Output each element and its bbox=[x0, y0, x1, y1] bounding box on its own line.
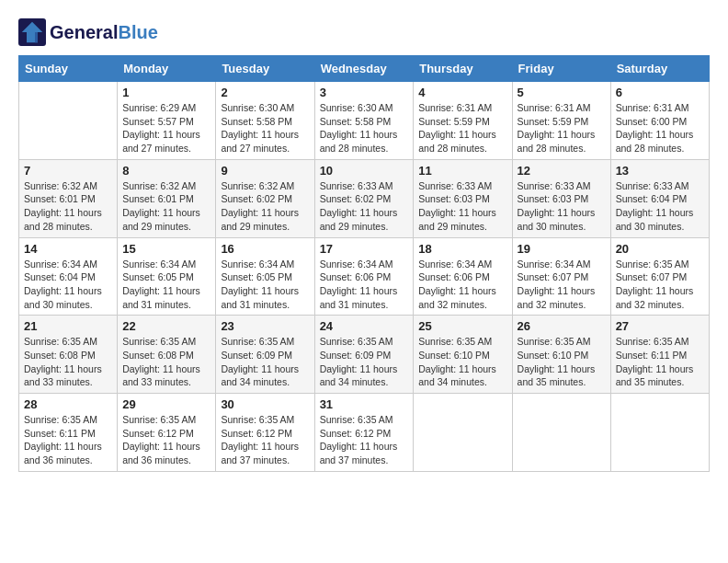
day-number: 14 bbox=[24, 242, 112, 256]
calendar-cell: 26Sunrise: 6:35 AMSunset: 6:10 PMDayligh… bbox=[512, 316, 610, 394]
column-header-wednesday: Wednesday bbox=[314, 56, 414, 82]
cell-info: Sunrise: 6:29 AMSunset: 5:57 PMDaylight:… bbox=[122, 101, 210, 155]
calendar-cell: 13Sunrise: 6:33 AMSunset: 6:04 PMDayligh… bbox=[610, 159, 709, 237]
cell-info: Sunrise: 6:35 AMSunset: 6:10 PMDaylight:… bbox=[418, 335, 506, 389]
calendar-cell: 16Sunrise: 6:34 AMSunset: 6:05 PMDayligh… bbox=[216, 237, 314, 316]
column-header-saturday: Saturday bbox=[610, 56, 709, 82]
day-number: 5 bbox=[518, 86, 606, 99]
day-number: 16 bbox=[221, 242, 309, 256]
day-number: 11 bbox=[418, 164, 506, 178]
day-number: 26 bbox=[518, 319, 606, 333]
cell-info: Sunrise: 6:33 AMSunset: 6:03 PMDaylight:… bbox=[418, 179, 506, 234]
day-number: 4 bbox=[418, 86, 506, 99]
cell-info: Sunrise: 6:34 AMSunset: 6:05 PMDaylight:… bbox=[122, 258, 210, 312]
calendar-cell: 20Sunrise: 6:35 AMSunset: 6:07 PMDayligh… bbox=[610, 237, 709, 316]
cell-info: Sunrise: 6:32 AMSunset: 6:02 PMDaylight:… bbox=[221, 179, 309, 234]
day-number: 30 bbox=[221, 397, 309, 411]
day-number: 29 bbox=[122, 397, 210, 411]
calendar-table: SundayMondayTuesdayWednesdayThursdayFrid… bbox=[18, 55, 710, 472]
day-number: 20 bbox=[616, 242, 704, 256]
cell-info: Sunrise: 6:34 AMSunset: 6:06 PMDaylight:… bbox=[320, 258, 409, 312]
column-header-thursday: Thursday bbox=[414, 56, 512, 82]
day-number: 31 bbox=[320, 397, 409, 411]
calendar-cell bbox=[512, 394, 610, 472]
calendar-cell: 23Sunrise: 6:35 AMSunset: 6:09 PMDayligh… bbox=[216, 316, 314, 394]
calendar-cell: 14Sunrise: 6:34 AMSunset: 6:04 PMDayligh… bbox=[19, 237, 118, 316]
cell-info: Sunrise: 6:30 AMSunset: 5:58 PMDaylight:… bbox=[320, 101, 409, 155]
cell-info: Sunrise: 6:34 AMSunset: 6:05 PMDaylight:… bbox=[221, 258, 309, 312]
column-header-friday: Friday bbox=[512, 56, 610, 82]
calendar-cell: 3Sunrise: 6:30 AMSunset: 5:58 PMDaylight… bbox=[314, 82, 414, 160]
week-row-4: 21Sunrise: 6:35 AMSunset: 6:08 PMDayligh… bbox=[19, 316, 710, 394]
cell-info: Sunrise: 6:35 AMSunset: 6:10 PMDaylight:… bbox=[518, 335, 606, 389]
day-number: 6 bbox=[616, 86, 704, 99]
week-row-3: 14Sunrise: 6:34 AMSunset: 6:04 PMDayligh… bbox=[19, 237, 710, 316]
week-row-5: 28Sunrise: 6:35 AMSunset: 6:11 PMDayligh… bbox=[19, 394, 710, 472]
week-row-2: 7Sunrise: 6:32 AMSunset: 6:01 PMDaylight… bbox=[19, 159, 710, 237]
day-number: 28 bbox=[24, 397, 112, 411]
column-header-sunday: Sunday bbox=[19, 56, 118, 82]
calendar-cell: 4Sunrise: 6:31 AMSunset: 5:59 PMDaylight… bbox=[414, 82, 512, 160]
cell-info: Sunrise: 6:35 AMSunset: 6:12 PMDaylight:… bbox=[221, 413, 309, 467]
day-number: 7 bbox=[24, 164, 112, 178]
day-number: 8 bbox=[122, 164, 210, 178]
cell-info: Sunrise: 6:34 AMSunset: 6:04 PMDaylight:… bbox=[24, 258, 112, 312]
calendar-cell: 25Sunrise: 6:35 AMSunset: 6:10 PMDayligh… bbox=[414, 316, 512, 394]
cell-info: Sunrise: 6:33 AMSunset: 6:02 PMDaylight:… bbox=[320, 179, 409, 234]
calendar-cell: 10Sunrise: 6:33 AMSunset: 6:02 PMDayligh… bbox=[314, 159, 414, 237]
cell-info: Sunrise: 6:35 AMSunset: 6:09 PMDaylight:… bbox=[320, 335, 409, 389]
day-number: 19 bbox=[518, 242, 606, 256]
calendar-cell: 27Sunrise: 6:35 AMSunset: 6:11 PMDayligh… bbox=[610, 316, 709, 394]
cell-info: Sunrise: 6:33 AMSunset: 6:04 PMDaylight:… bbox=[616, 179, 704, 234]
day-number: 1 bbox=[122, 86, 210, 99]
day-number: 18 bbox=[418, 242, 506, 256]
calendar-cell: 5Sunrise: 6:31 AMSunset: 5:59 PMDaylight… bbox=[512, 82, 610, 160]
day-number: 27 bbox=[616, 319, 704, 333]
day-number: 2 bbox=[221, 86, 309, 99]
cell-info: Sunrise: 6:34 AMSunset: 6:07 PMDaylight:… bbox=[518, 258, 606, 312]
day-number: 22 bbox=[122, 319, 210, 333]
logo: GeneralBlue bbox=[18, 18, 158, 46]
cell-info: Sunrise: 6:31 AMSunset: 5:59 PMDaylight:… bbox=[418, 101, 506, 155]
calendar-cell: 17Sunrise: 6:34 AMSunset: 6:06 PMDayligh… bbox=[314, 237, 414, 316]
calendar-cell bbox=[19, 82, 118, 160]
calendar-cell: 29Sunrise: 6:35 AMSunset: 6:12 PMDayligh… bbox=[118, 394, 216, 472]
cell-info: Sunrise: 6:32 AMSunset: 6:01 PMDaylight:… bbox=[122, 179, 210, 234]
cell-info: Sunrise: 6:35 AMSunset: 6:11 PMDaylight:… bbox=[616, 335, 704, 389]
page-header: GeneralBlue bbox=[18, 18, 710, 46]
cell-info: Sunrise: 6:35 AMSunset: 6:11 PMDaylight:… bbox=[24, 413, 112, 467]
calendar-cell: 6Sunrise: 6:31 AMSunset: 6:00 PMDaylight… bbox=[610, 82, 709, 160]
column-header-tuesday: Tuesday bbox=[216, 56, 314, 82]
day-number: 23 bbox=[221, 319, 309, 333]
calendar-cell: 8Sunrise: 6:32 AMSunset: 6:01 PMDaylight… bbox=[118, 159, 216, 237]
calendar-cell: 7Sunrise: 6:32 AMSunset: 6:01 PMDaylight… bbox=[19, 159, 118, 237]
cell-info: Sunrise: 6:35 AMSunset: 6:12 PMDaylight:… bbox=[122, 413, 210, 467]
calendar-cell: 22Sunrise: 6:35 AMSunset: 6:08 PMDayligh… bbox=[118, 316, 216, 394]
cell-info: Sunrise: 6:33 AMSunset: 6:03 PMDaylight:… bbox=[518, 179, 606, 234]
calendar-cell: 21Sunrise: 6:35 AMSunset: 6:08 PMDayligh… bbox=[19, 316, 118, 394]
day-number: 15 bbox=[122, 242, 210, 256]
day-number: 10 bbox=[320, 164, 409, 178]
calendar-cell: 31Sunrise: 6:35 AMSunset: 6:12 PMDayligh… bbox=[314, 394, 414, 472]
calendar-cell: 15Sunrise: 6:34 AMSunset: 6:05 PMDayligh… bbox=[118, 237, 216, 316]
cell-info: Sunrise: 6:35 AMSunset: 6:12 PMDaylight:… bbox=[320, 413, 409, 467]
day-number: 25 bbox=[418, 319, 506, 333]
calendar-cell bbox=[414, 394, 512, 472]
calendar-cell: 30Sunrise: 6:35 AMSunset: 6:12 PMDayligh… bbox=[216, 394, 314, 472]
cell-info: Sunrise: 6:31 AMSunset: 6:00 PMDaylight:… bbox=[616, 101, 704, 155]
calendar-cell: 18Sunrise: 6:34 AMSunset: 6:06 PMDayligh… bbox=[414, 237, 512, 316]
week-row-1: 1Sunrise: 6:29 AMSunset: 5:57 PMDaylight… bbox=[19, 82, 710, 160]
cell-info: Sunrise: 6:35 AMSunset: 6:07 PMDaylight:… bbox=[616, 258, 704, 312]
day-number: 9 bbox=[221, 164, 309, 178]
calendar-cell: 2Sunrise: 6:30 AMSunset: 5:58 PMDaylight… bbox=[216, 82, 314, 160]
column-header-monday: Monday bbox=[118, 56, 216, 82]
day-number: 21 bbox=[24, 319, 112, 333]
calendar-cell: 1Sunrise: 6:29 AMSunset: 5:57 PMDaylight… bbox=[118, 82, 216, 160]
calendar-cell: 12Sunrise: 6:33 AMSunset: 6:03 PMDayligh… bbox=[512, 159, 610, 237]
day-number: 24 bbox=[320, 319, 409, 333]
day-number: 12 bbox=[518, 164, 606, 178]
day-number: 3 bbox=[320, 86, 409, 99]
calendar-cell: 24Sunrise: 6:35 AMSunset: 6:09 PMDayligh… bbox=[314, 316, 414, 394]
header-row: SundayMondayTuesdayWednesdayThursdayFrid… bbox=[19, 56, 710, 82]
calendar-cell: 19Sunrise: 6:34 AMSunset: 6:07 PMDayligh… bbox=[512, 237, 610, 316]
